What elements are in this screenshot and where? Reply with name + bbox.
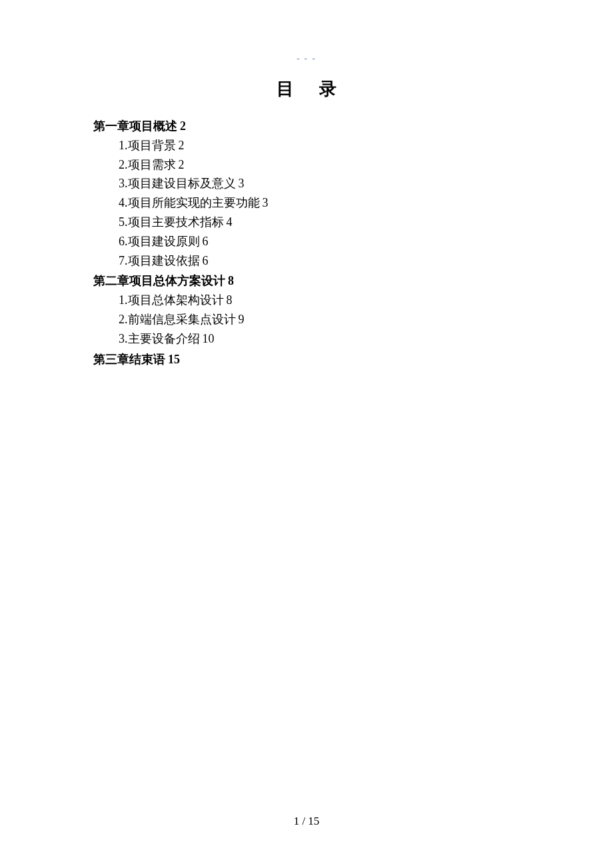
footer-total-pages: 15 (308, 815, 319, 827)
toc-item: 2.前端信息采集点设计 9 (93, 310, 520, 329)
toc-chapter-title: 第二章项目总体方案设计 (93, 271, 225, 291)
toc-chapter-page: 15 (168, 350, 180, 369)
toc-item: 7.项目建设依据 6 (93, 251, 520, 271)
toc-item: 6.项目建设原则 6 (93, 232, 520, 251)
toc-chapter: 第二章项目总体方案设计 8 (93, 271, 520, 291)
toc-item-label: 1.项目总体架构设计 (119, 291, 224, 310)
toc-item: 1.项目总体架构设计 8 (93, 291, 520, 310)
document-page: - - - 目录 第一章项目概述 2 1.项目背景 2 2.项目需求 2 3.项… (0, 0, 613, 369)
toc-item-page: 3 (263, 193, 269, 213)
toc-item-label: 4.项目所能实现的主要功能 (119, 193, 260, 213)
toc-item-page: 10 (203, 329, 215, 349)
toc-item: 3.项目建设目标及意义 3 (93, 174, 520, 193)
toc-item-page: 6 (203, 251, 209, 271)
toc-item: 4.项目所能实现的主要功能 3 (93, 193, 520, 213)
toc-item-label: 2.项目需求 (119, 155, 176, 175)
toc-chapter-page: 2 (180, 117, 186, 136)
toc-item-page: 2 (179, 136, 185, 155)
toc-item-page: 2 (179, 155, 185, 175)
toc-item: 5.项目主要技术指标 4 (93, 213, 520, 232)
toc-item-label: 5.项目主要技术指标 (119, 213, 224, 232)
toc-item-page: 4 (227, 213, 233, 232)
toc-item: 3.主要设备介绍 10 (93, 329, 520, 349)
page-footer: 1 / 15 (0, 815, 613, 828)
footer-separator: / (302, 815, 305, 827)
toc-chapter-title: 第一章项目概述 (93, 117, 177, 136)
toc-item-label: 1.项目背景 (119, 136, 176, 155)
toc-item-label: 3.项目建设目标及意义 (119, 174, 236, 193)
toc-item-label: 6.项目建设原则 (119, 232, 200, 251)
toc-item-label: 2.前端信息采集点设计 (119, 310, 236, 329)
header-marker: - - - (93, 53, 520, 64)
toc-item-page: 9 (239, 310, 245, 329)
footer-current-page: 1 (294, 815, 300, 827)
toc-chapter-title: 第三章结束语 (93, 350, 165, 369)
toc-chapter: 第三章结束语 15 (93, 350, 520, 369)
toc-item: 1.项目背景 2 (93, 136, 520, 155)
toc-item-page: 3 (239, 174, 245, 193)
toc-chapter-page: 8 (228, 271, 234, 291)
toc-item-page: 8 (227, 291, 233, 310)
toc-chapter: 第一章项目概述 2 (93, 117, 520, 136)
toc-item-label: 3.主要设备介绍 (119, 329, 200, 349)
table-of-contents: 第一章项目概述 2 1.项目背景 2 2.项目需求 2 3.项目建设目标及意义 … (93, 117, 520, 369)
page-title: 目录 (93, 77, 520, 101)
toc-item-label: 7.项目建设依据 (119, 251, 200, 271)
toc-item: 2.项目需求 2 (93, 155, 520, 175)
toc-item-page: 6 (203, 232, 209, 251)
